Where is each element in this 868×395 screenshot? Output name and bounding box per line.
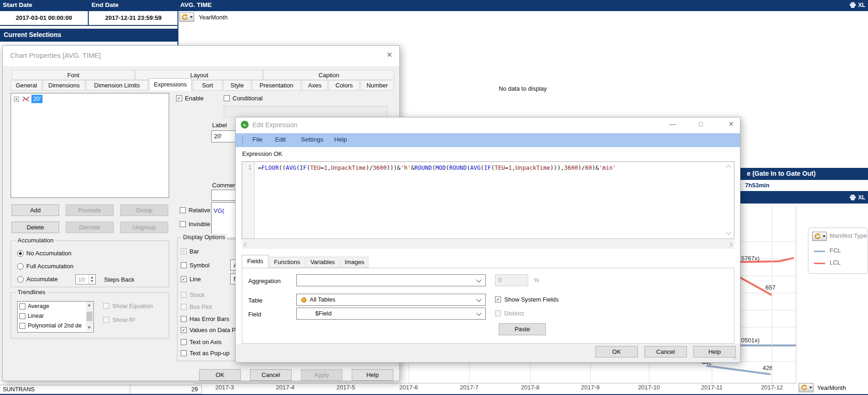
steps-back-value: 10 <box>78 276 85 283</box>
scroll-up-icon[interactable] <box>88 304 91 306</box>
export-xl-button[interactable]: XL <box>850 194 865 201</box>
cycle-group-button[interactable] <box>179 12 194 22</box>
x-axis-field-label[interactable]: YearMonth <box>817 384 846 391</box>
relative-checkbox[interactable] <box>180 207 186 213</box>
cp-tab-dimension-limits[interactable]: Dimension Limits <box>86 80 148 91</box>
cycle-group-button[interactable] <box>812 232 827 241</box>
expression-token: , <box>512 164 516 171</box>
scroll-down-icon[interactable] <box>88 327 91 329</box>
spin-down-icon[interactable] <box>91 280 93 282</box>
scroll-up-icon[interactable] <box>726 165 731 170</box>
menu-settings[interactable]: Settings <box>301 136 324 143</box>
symbol-checkbox[interactable] <box>181 262 187 268</box>
end-date-value[interactable]: 2017-12-31 23:59:59 <box>89 11 178 25</box>
cp-tab-general[interactable]: General <box>11 80 42 91</box>
table-cell-count[interactable]: 29 <box>130 385 202 394</box>
cancel-button[interactable]: Cancel <box>250 369 292 381</box>
cp-tab-dimensions[interactable]: Dimensions <box>43 80 85 91</box>
help-button[interactable]: Help <box>693 346 736 358</box>
ok-button[interactable]: OK <box>595 346 638 358</box>
export-xl-button[interactable]: XL <box>850 2 865 8</box>
legend-label-lcl[interactable]: LCL <box>830 259 841 266</box>
cp-tab-sort[interactable]: Sort <box>193 80 222 91</box>
tree-item-selected[interactable]: 20' <box>31 95 43 103</box>
minimize-icon[interactable]: — <box>669 120 676 128</box>
cycle-icon <box>813 233 822 240</box>
enable-checkbox[interactable]: ✓ <box>176 95 182 101</box>
add-button[interactable]: Add <box>12 204 59 216</box>
qlikview-icon: v. <box>241 121 249 129</box>
menu-edit[interactable]: Edit <box>275 136 286 143</box>
cp-tab-presentation[interactable]: Presentation <box>252 80 301 91</box>
cp-tab-axes[interactable]: Axes <box>302 80 328 91</box>
cp-tab-colors[interactable]: Colors <box>329 80 360 91</box>
table-cell-name[interactable]: SUNTRANS <box>0 385 130 394</box>
box-plot-label: Box Plot <box>189 303 212 310</box>
trendlines-list[interactable]: AverageLinearPolynomial of 2nd de <box>17 301 94 333</box>
cp-tab-expressions[interactable]: Expressions <box>149 78 192 91</box>
scroll-down-icon[interactable] <box>726 229 731 235</box>
ee-tab-functions[interactable]: Functions <box>269 257 305 268</box>
expression-token: ROUND <box>415 164 432 171</box>
scroll-thumb[interactable] <box>86 312 92 321</box>
delete-button[interactable]: Delete <box>12 222 59 233</box>
radio-accumulate[interactable] <box>17 276 24 283</box>
trendline-checkbox-polynomial-of-2nd-de[interactable] <box>19 323 25 329</box>
trendlines-scrollbar[interactable] <box>86 302 93 331</box>
text-on-axis-checkbox[interactable] <box>181 339 187 345</box>
ee-tab-images[interactable]: Images <box>341 257 368 268</box>
legend-label-fcl[interactable]: FCL <box>830 247 841 254</box>
horizontal-scrollbar[interactable] <box>242 240 734 249</box>
show-system-fields-checkbox[interactable]: ✓ <box>495 296 501 302</box>
cp-tab-caption[interactable]: Caption <box>263 70 394 80</box>
ok-button[interactable]: OK <box>199 369 241 381</box>
cp-tab-font[interactable]: Font <box>12 70 134 80</box>
maximize-icon[interactable]: □ <box>699 120 703 128</box>
spin-up-icon[interactable] <box>91 277 93 278</box>
menu-help[interactable]: Help <box>334 136 347 143</box>
values-on-data-p-checkbox[interactable]: ✓ <box>181 327 187 333</box>
ee-tab-fields[interactable]: Fields <box>242 255 269 268</box>
expression-token: ( <box>432 164 435 171</box>
aggregation-combo[interactable] <box>296 274 486 286</box>
menu-drag-handle[interactable] <box>242 136 243 144</box>
close-icon[interactable]: ✕ <box>386 50 392 59</box>
cp-tab-style[interactable]: Style <box>223 80 251 91</box>
table-combo[interactable]: All Tables <box>296 294 486 306</box>
cycle-group-button[interactable] <box>799 383 813 392</box>
conditional-checkbox[interactable] <box>224 95 230 101</box>
invisible-checkbox[interactable] <box>180 221 186 227</box>
expand-icon[interactable]: + <box>14 97 19 102</box>
spinner-buttons[interactable] <box>89 275 95 284</box>
paste-button[interactable]: Paste <box>499 323 546 335</box>
field-combo[interactable]: $Field <box>296 308 486 320</box>
expression-editor[interactable]: 1 =FLOOR((AVG(IF(TEU=1,UnpackTime)/3600)… <box>242 161 734 239</box>
table-icon <box>301 297 306 302</box>
ee-tab-variables[interactable]: Variables <box>306 257 340 268</box>
trendline-checkbox-linear[interactable] <box>19 313 25 319</box>
steps-back-stepper[interactable]: 10 <box>75 274 96 284</box>
expression-code[interactable]: =FLOOR((AVG(IF(TEU=1,UnpackTime)/3600)))… <box>258 164 616 171</box>
trendline-checkbox-average[interactable] <box>19 303 25 309</box>
cancel-button[interactable]: Cancel <box>644 346 687 358</box>
help-button[interactable]: Help <box>352 369 393 381</box>
label-value: 20' <box>214 133 222 140</box>
menu-file[interactable]: File <box>252 136 263 143</box>
avg-time-field[interactable]: YearMonth <box>199 14 227 21</box>
show-r2-checkbox <box>103 317 109 323</box>
x-axis-label: 2017-5 <box>325 384 367 391</box>
scroll-left-icon[interactable] <box>244 242 249 247</box>
text-as-pop-up-checkbox[interactable] <box>181 350 187 356</box>
cp-tab-number[interactable]: Number <box>361 80 394 91</box>
radio-no-accumulation[interactable] <box>17 250 24 257</box>
has-error-bars-checkbox[interactable] <box>181 316 187 322</box>
scroll-right-icon[interactable] <box>727 242 732 247</box>
close-icon[interactable]: ✕ <box>728 120 734 128</box>
expression-tree[interactable]: + 20' <box>11 93 169 198</box>
start-date-value[interactable]: 2017-03-01 00:00:00 <box>0 11 89 25</box>
line-checkbox[interactable]: ✓ <box>181 276 187 282</box>
expression-token: AVG <box>286 164 296 171</box>
relative-label: Relative <box>189 207 210 214</box>
radio-full-accumulation[interactable] <box>17 263 24 270</box>
expression-token: 3600 <box>373 164 386 171</box>
